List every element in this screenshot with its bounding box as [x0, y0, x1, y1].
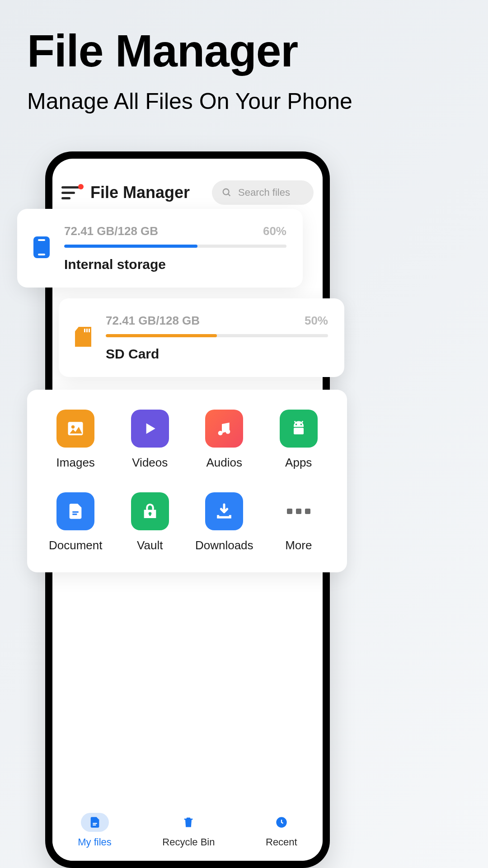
- category-downloads[interactable]: Downloads: [189, 492, 259, 552]
- nav-label: Recycle Bin: [162, 836, 215, 848]
- image-icon: [56, 410, 94, 448]
- music-icon: [205, 410, 243, 448]
- clock-icon: [267, 813, 296, 832]
- search-input[interactable]: Search files: [212, 180, 314, 205]
- more-icon: [280, 492, 318, 530]
- play-icon: [131, 410, 169, 448]
- trash-icon: [174, 813, 202, 832]
- storage-percent-text: 60%: [263, 224, 286, 238]
- svg-rect-6: [84, 329, 85, 332]
- svg-rect-17: [149, 514, 150, 516]
- storage-usage-text: 72.41 GB/128 GB: [106, 314, 200, 328]
- storage-usage-text: 72.41 GB/128 GB: [64, 224, 158, 238]
- menu-button[interactable]: [61, 183, 81, 203]
- category-document[interactable]: Document: [41, 492, 111, 552]
- nav-label: Recent: [266, 836, 297, 848]
- svg-rect-4: [38, 239, 45, 241]
- storage-card-sdcard[interactable]: 72.41 GB/128 GB 50% SD Card: [59, 298, 344, 377]
- svg-point-12: [226, 429, 230, 434]
- android-icon: [280, 410, 318, 448]
- app-header: File Manager Search files: [52, 159, 323, 214]
- category-label: Apps: [285, 456, 312, 470]
- category-label: More: [285, 538, 312, 552]
- sd-card-icon: [75, 327, 91, 349]
- category-label: Document: [49, 538, 103, 552]
- svg-point-11: [218, 431, 223, 435]
- category-label: Images: [56, 456, 95, 470]
- file-icon: [81, 813, 109, 832]
- svg-line-1: [228, 194, 230, 196]
- category-vault[interactable]: Vault: [115, 492, 185, 552]
- download-icon: [205, 492, 243, 530]
- svg-rect-8: [89, 329, 90, 332]
- category-label: Downloads: [195, 538, 253, 552]
- category-images[interactable]: Images: [41, 410, 111, 470]
- hero-title: File Manager: [0, 0, 488, 77]
- phone-storage-icon: [33, 236, 50, 260]
- category-label: Videos: [132, 456, 168, 470]
- storage-label: SD Card: [106, 346, 328, 362]
- notification-badge-icon: [78, 184, 84, 189]
- storage-label: Internal storage: [64, 257, 286, 272]
- category-apps[interactable]: Apps: [264, 410, 334, 470]
- storage-percent-text: 50%: [305, 314, 328, 328]
- category-more[interactable]: More: [264, 492, 334, 552]
- category-audios[interactable]: Audios: [189, 410, 259, 470]
- search-placeholder: Search files: [238, 187, 290, 198]
- nav-my-files[interactable]: My files: [78, 813, 112, 848]
- hero-subtitle: Manage All Files On Your Phone: [0, 77, 488, 114]
- storage-progress-bar: [64, 245, 286, 248]
- storage-card-internal[interactable]: 72.41 GB/128 GB 60% Internal storage: [17, 209, 303, 288]
- category-label: Audios: [206, 456, 243, 470]
- search-icon: [222, 188, 232, 198]
- nav-recent[interactable]: Recent: [266, 813, 297, 848]
- bottom-nav: My files Recycle Bin Recent: [52, 800, 323, 861]
- app-title: File Manager: [90, 183, 203, 202]
- document-icon: [56, 492, 94, 530]
- nav-recycle-bin[interactable]: Recycle Bin: [162, 813, 215, 848]
- svg-rect-15: [294, 428, 304, 434]
- categories-card: Images Videos Audios Apps Document Vault: [27, 390, 347, 572]
- svg-point-0: [223, 189, 229, 195]
- svg-rect-7: [86, 329, 88, 332]
- category-videos[interactable]: Videos: [115, 410, 185, 470]
- category-label: Vault: [137, 538, 163, 552]
- svg-point-10: [71, 425, 75, 429]
- svg-rect-5: [38, 254, 45, 255]
- nav-label: My files: [78, 836, 112, 848]
- storage-progress-bar: [106, 334, 328, 337]
- lock-icon: [131, 492, 169, 530]
